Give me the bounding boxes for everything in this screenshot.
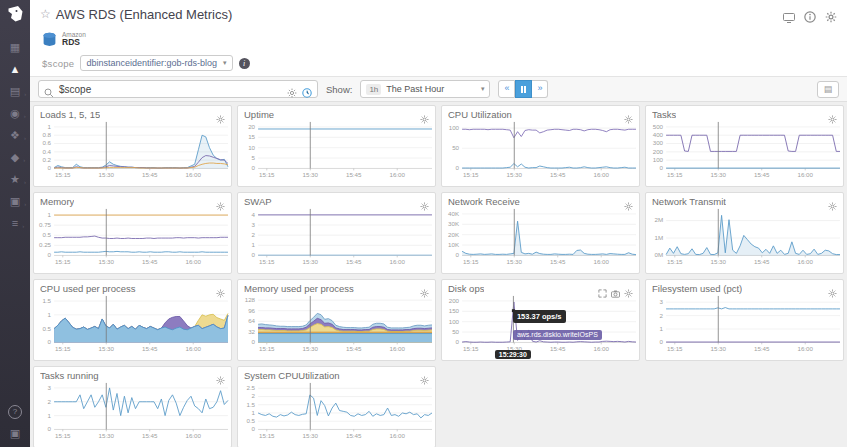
chart-plot-uptime[interactable]: 0510152015:1515:3015:4516:00 <box>238 120 435 182</box>
gear-icon[interactable] <box>420 110 429 119</box>
svg-text:1: 1 <box>252 241 256 248</box>
chart-card-swap[interactable]: SWAP0123415:1515:3015:4516:00 <box>237 192 436 274</box>
chart-card-cpu-per-process[interactable]: CPU used per process00.511.515:1515:3015… <box>33 279 232 361</box>
svg-text:1M: 1M <box>654 234 663 241</box>
svg-text:15:30: 15:30 <box>302 171 318 178</box>
info-icon[interactable] <box>804 9 816 20</box>
svg-text:15:45: 15:45 <box>550 258 566 265</box>
svg-text:5: 5 <box>252 154 256 161</box>
svg-text:0.75: 0.75 <box>39 221 52 228</box>
time-back-button[interactable]: « <box>498 80 515 98</box>
sidebar-item-events-icon[interactable]: ▤› <box>10 86 20 97</box>
chart-plot-filesystem-used[interactable]: 012315:1515:3015:4516:00 <box>646 294 843 356</box>
svg-text:15:30: 15:30 <box>506 171 522 178</box>
layout-toggle-button[interactable]: ▤ <box>817 81 839 98</box>
gear-icon[interactable] <box>624 110 633 119</box>
svg-text:16:00: 16:00 <box>185 171 201 178</box>
chart-card-system-cpuutilization[interactable]: System CPUUtilization00.511.522.515:1515… <box>237 366 436 447</box>
gear-icon[interactable] <box>216 110 225 119</box>
sidebar-nav: ▦▲▤›◉›❖›◆›★›▣›≡› <box>10 42 21 229</box>
svg-text:15:45: 15:45 <box>142 171 158 178</box>
sidebar-item-infrastructure-icon[interactable]: ▲ <box>10 64 21 75</box>
svg-text:0: 0 <box>48 164 52 171</box>
pause-button[interactable] <box>515 80 532 98</box>
svg-text:0: 0 <box>252 425 256 432</box>
chart-plot-tasks[interactable]: 010020030040050015:1515:3015:4516:00 <box>646 120 843 182</box>
chart-card-tasks-running[interactable]: Tasks running012315:1515:3015:4516:00 <box>33 366 232 447</box>
gear-icon[interactable] <box>216 197 225 206</box>
svg-text:16:00: 16:00 <box>389 432 405 439</box>
chart-plot-loads[interactable]: 00.20.40.60.8115:1515:3015:4516:00 <box>34 120 231 182</box>
chart-card-cpu-utilization[interactable]: CPU Utilization05010015:1515:3015:4516:0… <box>441 105 640 187</box>
gear-icon[interactable] <box>624 197 633 206</box>
show-label: Show: <box>326 84 352 95</box>
sidebar-help-icon[interactable]: ? <box>8 405 22 419</box>
chart-card-network-receive[interactable]: Network Receive010K20K30K40K15:1515:3015… <box>441 192 640 274</box>
chart-grid: Loads 1, 5, 1500.20.40.60.8115:1515:3015… <box>33 105 844 447</box>
time-range-badge: 1h <box>366 84 381 95</box>
svg-text:3: 3 <box>660 298 664 305</box>
chart-plot-cpu-per-process[interactable]: 00.511.515:1515:3015:4516:00 <box>34 294 231 356</box>
search-input[interactable]: $scope <box>38 80 318 98</box>
chart-card-disk-ops[interactable]: Disk ops05010015020015:1515:3015:4516:00… <box>441 279 640 361</box>
gear-icon[interactable] <box>828 110 837 119</box>
sidebar-account-icon[interactable]: ▣ <box>10 428 20 439</box>
svg-text:15:30: 15:30 <box>506 258 522 265</box>
chart-card-tasks[interactable]: Tasks010020030040050015:1515:3015:4516:0… <box>645 105 844 187</box>
gear-icon[interactable] <box>828 284 837 293</box>
sidebar-item-logs-icon[interactable]: ≡› <box>12 218 18 229</box>
chart-plot-disk-ops[interactable]: 05010015020015:1515:3015:4516:00 <box>442 294 639 356</box>
chart-card-filesystem-used[interactable]: Filesystem used (pct)012315:1515:3015:45… <box>645 279 844 361</box>
search-gear-icon[interactable] <box>287 84 297 94</box>
svg-text:15:45: 15:45 <box>550 345 566 352</box>
expand-icon[interactable] <box>598 284 607 293</box>
gear-icon[interactable] <box>624 284 633 293</box>
chart-plot-network-transmit[interactable]: 0M1M2M15:1515:3015:4516:00 <box>646 207 843 269</box>
gear-icon[interactable] <box>216 284 225 293</box>
tv-mode-icon[interactable] <box>783 9 795 20</box>
chart-card-uptime[interactable]: Uptime0510152015:1515:3015:4516:00 <box>237 105 436 187</box>
chart-plot-memory[interactable]: 00.250.50.75115:1515:3015:4516:00 <box>34 207 231 269</box>
svg-text:0: 0 <box>252 338 256 345</box>
gear-icon[interactable] <box>420 284 429 293</box>
gear-icon[interactable] <box>216 371 225 380</box>
template-variable-info-icon[interactable]: i <box>239 58 250 69</box>
sidebar-item-integrations-icon[interactable]: ◆› <box>11 152 19 163</box>
time-forward-button[interactable]: » <box>532 80 548 98</box>
brand-name-bottom: RDS <box>62 38 86 47</box>
gear-icon[interactable] <box>828 197 837 206</box>
sidebar-item-monitors-icon[interactable]: ◉› <box>10 108 20 119</box>
amazon-rds-logo-icon <box>42 32 57 47</box>
time-range-select[interactable]: 1h The Past Hour ▾ <box>360 80 490 98</box>
sidebar-item-notebooks-icon[interactable]: ▣› <box>10 196 20 207</box>
svg-text:15:15: 15:15 <box>463 171 479 178</box>
chart-card-memory-per-process[interactable]: Memory used per process032649612815:1515… <box>237 279 436 361</box>
chart-plot-system-cpuutilization[interactable]: 00.511.522.515:1515:3015:4516:00 <box>238 381 435 443</box>
sidebar-item-metrics-icon[interactable]: ❖› <box>10 130 20 141</box>
chart-title: SWAP <box>244 196 272 207</box>
chart-card-network-transmit[interactable]: Network Transmit0M1M2M15:1515:3015:4516:… <box>645 192 844 274</box>
datadog-logo-icon[interactable] <box>5 4 25 24</box>
settings-gear-icon[interactable] <box>825 9 837 20</box>
svg-text:15:45: 15:45 <box>346 171 362 178</box>
svg-text:100: 100 <box>449 318 460 325</box>
svg-text:15:45: 15:45 <box>346 258 362 265</box>
chart-card-memory[interactable]: Memory00.250.50.75115:1515:3015:4516:00 <box>33 192 232 274</box>
chart-plot-cpu-utilization[interactable]: 05010015:1515:3015:4516:00 <box>442 120 639 182</box>
template-variable-select[interactable]: dbinstanceidentifier:gob-rds-blog ▾ <box>80 55 232 71</box>
sidebar-item-dashboards-icon[interactable]: ▦ <box>10 42 20 53</box>
svg-text:50: 50 <box>452 328 460 335</box>
chart-plot-network-receive[interactable]: 010K20K30K40K15:1515:3015:4516:00 <box>442 207 639 269</box>
dashboard-toolbar: $scope Show: 1h The Past Hour ▾ « » ▤ <box>30 76 847 102</box>
history-clock-icon[interactable] <box>302 84 312 94</box>
chart-card-loads[interactable]: Loads 1, 5, 1500.20.40.60.8115:1515:3015… <box>33 105 232 187</box>
favorite-star-icon[interactable]: ☆ <box>40 7 51 21</box>
chart-plot-memory-per-process[interactable]: 032649612815:1515:3015:4516:00 <box>238 294 435 356</box>
sidebar-item-apm-icon[interactable]: ★› <box>10 174 20 185</box>
gear-icon[interactable] <box>420 197 429 206</box>
chart-plot-swap[interactable]: 0123415:1515:3015:4516:00 <box>238 207 435 269</box>
camera-icon[interactable] <box>611 284 620 293</box>
svg-text:16:00: 16:00 <box>185 432 201 439</box>
chart-plot-tasks-running[interactable]: 012315:1515:3015:4516:00 <box>34 381 231 443</box>
gear-icon[interactable] <box>420 371 429 380</box>
